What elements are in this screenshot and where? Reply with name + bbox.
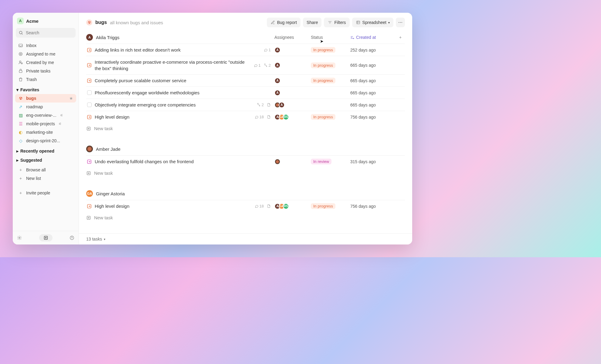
- nav-label: Created by me: [26, 60, 54, 65]
- assignee-stack: AGARS: [274, 203, 311, 209]
- checkbox-icon[interactable]: [87, 103, 92, 107]
- assignee-avatar[interactable]: A: [279, 102, 285, 108]
- workspace-switcher[interactable]: A Acme: [13, 13, 79, 27]
- group-header[interactable]: Amber Jade: [86, 141, 405, 155]
- nav-label: Inbox: [26, 43, 36, 48]
- task-title: High level design: [95, 114, 255, 120]
- svg-point-15: [266, 66, 267, 66]
- sidebar-browse-all[interactable]: +Browse all: [15, 166, 76, 174]
- edit-icon: [270, 20, 275, 25]
- status-badge[interactable]: In progress: [311, 114, 335, 120]
- sidebar-item-mobile-projects[interactable]: ☰mobile-projects⚟: [15, 120, 76, 128]
- task-row[interactable]: Phosfluorescently engage worldwide metho…: [86, 86, 405, 99]
- status-badge[interactable]: In progress: [311, 47, 335, 53]
- stripes-icon: ▨: [18, 113, 23, 118]
- checkbox-icon[interactable]: [87, 90, 92, 95]
- sidebar-item-assigned[interactable]: Assigned to me: [15, 50, 76, 58]
- plus-icon: +: [18, 167, 23, 172]
- subtask-count: 2: [257, 103, 264, 107]
- new-task-button[interactable]: New task: [86, 123, 405, 134]
- bug-report-button[interactable]: Bug report: [267, 18, 300, 27]
- arrow-right-icon: [87, 115, 92, 120]
- more-button[interactable]: ⋯: [396, 18, 405, 27]
- btn-label: Spreadsheet: [362, 20, 386, 25]
- task-row[interactable]: Completely pursue scalable customer serv…: [86, 74, 405, 86]
- gear-icon[interactable]: [17, 235, 22, 240]
- sidebar-item-roadmap[interactable]: ⇗roadmap: [15, 103, 76, 111]
- task-count[interactable]: 13 tasks: [86, 237, 102, 241]
- sidebar-item-eng-overview[interactable]: ▨eng-overview-...⚟: [15, 111, 76, 120]
- column-header-created[interactable]: Created at: [350, 35, 396, 40]
- search-input[interactable]: [16, 28, 76, 38]
- add-column-button[interactable]: +: [396, 35, 405, 40]
- assignee-avatar[interactable]: [274, 159, 280, 165]
- svg-point-0: [19, 31, 22, 34]
- task-row[interactable]: High level design 18 AGARS In progress 7…: [86, 200, 405, 212]
- sidebar-item-bugs[interactable]: ☢bugs★: [15, 94, 76, 103]
- section-suggested[interactable]: ▸Suggested: [13, 155, 79, 164]
- assignee-avatar[interactable]: A: [274, 62, 280, 68]
- workspace-name: Acme: [26, 19, 39, 24]
- star-icon[interactable]: ★: [69, 96, 73, 101]
- new-task-label: New task: [94, 170, 113, 176]
- fav-label: roadmap: [26, 104, 43, 109]
- assignee-avatar[interactable]: A: [274, 90, 280, 96]
- view-switcher-button[interactable]: Spreadsheet▾: [352, 18, 393, 27]
- task-row[interactable]: Interactively coordinate proactive e-com…: [86, 56, 405, 74]
- group-header[interactable]: AAkila Triggs Assignees Status Created a…: [86, 30, 405, 44]
- section-favorites[interactable]: ▾Favorites: [13, 84, 79, 93]
- target-icon: [18, 52, 23, 56]
- assignee-stack: AGARS: [274, 114, 311, 120]
- sidebar-item-design-sprint[interactable]: ◇design-sprint-20...: [15, 136, 76, 145]
- task-row[interactable]: Adding links in rich text editor doesn't…: [86, 44, 405, 56]
- spreadsheet-icon: [356, 20, 361, 25]
- sidebar-item-trash[interactable]: Trash: [15, 75, 76, 84]
- sidebar-footer: [13, 231, 79, 244]
- sidebar-invite-people[interactable]: +Invite people: [15, 189, 76, 197]
- task-title: Objectively integrate emerging core comp…: [95, 102, 257, 108]
- assignee-avatar[interactable]: A: [274, 47, 280, 53]
- column-header-status[interactable]: Status: [311, 35, 350, 40]
- task-row[interactable]: High level design 18 AGARS In progress 7…: [86, 111, 405, 123]
- arrow-right-icon: [87, 204, 92, 209]
- share-button[interactable]: Share: [303, 18, 321, 27]
- page-title[interactable]: bugs: [95, 20, 107, 25]
- assignee-avatar[interactable]: RS: [283, 203, 289, 209]
- task-title: Adding links in rich text editor doesn't…: [95, 47, 264, 53]
- group-name: Akila Triggs: [96, 35, 120, 40]
- sidebar-item-created[interactable]: Created by me: [15, 58, 76, 67]
- status-badge[interactable]: In review: [311, 159, 331, 164]
- section-label: Suggested: [20, 158, 42, 163]
- group-header[interactable]: GAGinger Astoria: [86, 186, 405, 200]
- assignee-stack: A: [274, 78, 311, 84]
- task-row[interactable]: Undo everlasting fullfold changes on the…: [86, 155, 405, 167]
- sidebar-new-list[interactable]: +New list: [15, 174, 76, 183]
- chevron-down-icon[interactable]: ▾: [104, 238, 105, 241]
- assignee-avatar[interactable]: A: [274, 78, 280, 84]
- created-at: 665 days ago: [350, 103, 405, 107]
- filters-button[interactable]: Filters: [324, 18, 349, 27]
- task-title: Completely pursue scalable customer serv…: [95, 77, 271, 84]
- nav-label: Trash: [26, 77, 37, 82]
- group-name: Ginger Astoria: [96, 191, 125, 196]
- status-badge[interactable]: In progress: [311, 62, 335, 68]
- new-task-button[interactable]: [39, 234, 53, 241]
- column-header-assignees[interactable]: Assignees: [274, 35, 311, 40]
- task-title: Phosfluorescently engage worldwide metho…: [95, 89, 271, 96]
- status-badge[interactable]: In progress: [311, 78, 335, 83]
- filter-indicator-icon: ⚟: [60, 113, 63, 117]
- sidebar-item-marketing-site[interactable]: ◐marketing-site: [15, 128, 76, 136]
- assignee-stack: A: [274, 47, 311, 53]
- status-badge[interactable]: In progress: [311, 203, 335, 209]
- svg-point-4: [20, 53, 21, 55]
- sidebar-item-inbox[interactable]: Inbox: [15, 41, 76, 50]
- new-task-button[interactable]: New task: [86, 167, 405, 179]
- section-recently-opened[interactable]: ▸Recently opened: [13, 146, 79, 155]
- help-icon[interactable]: [70, 235, 74, 240]
- new-task-label: New task: [94, 215, 113, 220]
- assignee-avatar[interactable]: RS: [283, 114, 289, 120]
- task-row[interactable]: Objectively integrate emerging core comp…: [86, 99, 405, 111]
- search-field[interactable]: [26, 30, 73, 35]
- sidebar-item-private[interactable]: Private tasks: [15, 67, 76, 75]
- new-task-button[interactable]: New task: [86, 212, 405, 223]
